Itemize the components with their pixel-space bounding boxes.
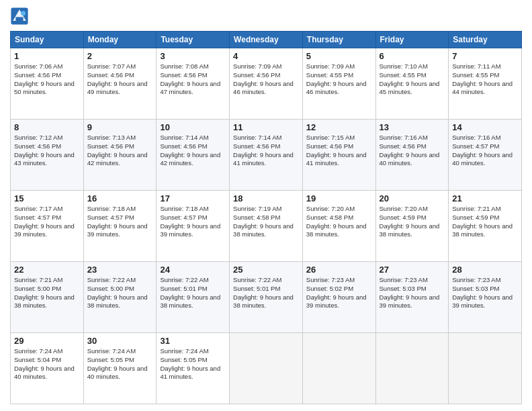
cell-info: Sunrise: 7:08 AM Sunset: 4:56 PM Dayligh… — [160, 62, 226, 97]
day-number: 12 — [306, 122, 372, 132]
day-number: 23 — [87, 265, 153, 275]
cell-info: Sunrise: 7:20 AM Sunset: 4:59 PM Dayligh… — [380, 205, 445, 239]
calendar-cell — [375, 333, 449, 404]
calendar-cell: 26 Sunrise: 7:23 AM Sunset: 5:02 PM Dayl… — [302, 262, 375, 333]
page-container: SundayMondayTuesdayWednesdayThursdayFrid… — [0, 0, 532, 411]
day-number: 13 — [380, 122, 445, 132]
calendar-cell: 10 Sunrise: 7:14 AM Sunset: 4:56 PM Dayl… — [157, 120, 230, 191]
calendar-cell: 9 Sunrise: 7:13 AM Sunset: 4:56 PM Dayli… — [83, 120, 157, 191]
cell-info: Sunrise: 7:06 AM Sunset: 4:56 PM Dayligh… — [14, 62, 80, 97]
calendar-week-row: 1 Sunrise: 7:06 AM Sunset: 4:56 PM Dayli… — [11, 48, 522, 120]
cell-info: Sunrise: 7:23 AM Sunset: 5:02 PM Dayligh… — [306, 276, 372, 310]
calendar-cell — [302, 333, 375, 404]
day-number: 17 — [160, 193, 226, 203]
calendar-cell: 25 Sunrise: 7:22 AM Sunset: 5:01 PM Dayl… — [230, 262, 303, 333]
cell-info: Sunrise: 7:24 AM Sunset: 5:05 PM Dayligh… — [87, 347, 153, 381]
cell-info: Sunrise: 7:11 AM Sunset: 4:55 PM Dayligh… — [452, 62, 518, 97]
calendar-header-row: SundayMondayTuesdayWednesdayThursdayFrid… — [11, 32, 522, 48]
calendar-cell: 17 Sunrise: 7:18 AM Sunset: 4:57 PM Dayl… — [157, 191, 230, 262]
day-number: 1 — [14, 51, 80, 61]
calendar-body: 1 Sunrise: 7:06 AM Sunset: 4:56 PM Dayli… — [11, 48, 522, 404]
day-number: 19 — [306, 193, 372, 203]
calendar-cell: 30 Sunrise: 7:24 AM Sunset: 5:05 PM Dayl… — [83, 333, 157, 404]
day-number: 4 — [233, 51, 299, 61]
calendar-cell: 24 Sunrise: 7:22 AM Sunset: 5:01 PM Dayl… — [157, 262, 230, 333]
calendar-cell: 11 Sunrise: 7:14 AM Sunset: 4:56 PM Dayl… — [230, 120, 303, 191]
calendar-cell: 1 Sunrise: 7:06 AM Sunset: 4:56 PM Dayli… — [11, 48, 84, 120]
calendar-week-row: 8 Sunrise: 7:12 AM Sunset: 4:56 PM Dayli… — [11, 120, 522, 191]
calendar-cell: 21 Sunrise: 7:21 AM Sunset: 4:59 PM Dayl… — [449, 191, 522, 262]
weekday-header-wednesday: Wednesday — [230, 32, 303, 48]
calendar-cell: 13 Sunrise: 7:16 AM Sunset: 4:56 PM Dayl… — [375, 120, 449, 191]
cell-info: Sunrise: 7:22 AM Sunset: 5:00 PM Dayligh… — [87, 276, 153, 310]
day-number: 31 — [160, 336, 226, 346]
calendar-cell: 12 Sunrise: 7:15 AM Sunset: 4:56 PM Dayl… — [302, 120, 375, 191]
day-number: 30 — [87, 336, 153, 346]
calendar-cell: 18 Sunrise: 7:19 AM Sunset: 4:58 PM Dayl… — [230, 191, 303, 262]
cell-info: Sunrise: 7:23 AM Sunset: 5:03 PM Dayligh… — [452, 276, 518, 310]
calendar-cell: 4 Sunrise: 7:09 AM Sunset: 4:56 PM Dayli… — [230, 48, 303, 120]
cell-info: Sunrise: 7:12 AM Sunset: 4:56 PM Dayligh… — [14, 134, 80, 168]
calendar-week-row: 29 Sunrise: 7:24 AM Sunset: 5:04 PM Dayl… — [11, 333, 522, 404]
cell-info: Sunrise: 7:19 AM Sunset: 4:58 PM Dayligh… — [233, 205, 299, 239]
svg-rect-2 — [15, 17, 23, 21]
cell-info: Sunrise: 7:10 AM Sunset: 4:55 PM Dayligh… — [380, 62, 445, 97]
calendar-cell — [230, 333, 303, 404]
cell-info: Sunrise: 7:24 AM Sunset: 5:04 PM Dayligh… — [14, 347, 80, 381]
header — [10, 7, 522, 26]
cell-info: Sunrise: 7:13 AM Sunset: 4:56 PM Dayligh… — [87, 134, 153, 168]
day-number: 11 — [233, 122, 299, 132]
day-number: 27 — [380, 265, 445, 275]
calendar-cell: 2 Sunrise: 7:07 AM Sunset: 4:56 PM Dayli… — [83, 48, 157, 120]
day-number: 21 — [452, 193, 518, 203]
calendar-table: SundayMondayTuesdayWednesdayThursdayFrid… — [10, 31, 522, 404]
cell-info: Sunrise: 7:17 AM Sunset: 4:57 PM Dayligh… — [14, 205, 80, 239]
day-number: 14 — [452, 122, 518, 132]
day-number: 24 — [160, 265, 226, 275]
calendar-cell: 15 Sunrise: 7:17 AM Sunset: 4:57 PM Dayl… — [11, 191, 84, 262]
weekday-header-tuesday: Tuesday — [157, 32, 230, 48]
calendar-cell: 7 Sunrise: 7:11 AM Sunset: 4:55 PM Dayli… — [449, 48, 522, 120]
day-number: 28 — [452, 265, 518, 275]
calendar-cell: 23 Sunrise: 7:22 AM Sunset: 5:00 PM Dayl… — [83, 262, 157, 333]
calendar-cell: 31 Sunrise: 7:24 AM Sunset: 5:05 PM Dayl… — [157, 333, 230, 404]
weekday-header-sunday: Sunday — [11, 32, 84, 48]
calendar-cell: 20 Sunrise: 7:20 AM Sunset: 4:59 PM Dayl… — [375, 191, 449, 262]
logo-icon — [10, 7, 29, 26]
cell-info: Sunrise: 7:18 AM Sunset: 4:57 PM Dayligh… — [87, 205, 153, 239]
day-number: 29 — [14, 336, 80, 346]
cell-info: Sunrise: 7:22 AM Sunset: 5:01 PM Dayligh… — [233, 276, 299, 310]
calendar-cell: 16 Sunrise: 7:18 AM Sunset: 4:57 PM Dayl… — [83, 191, 157, 262]
day-number: 3 — [160, 51, 226, 61]
cell-info: Sunrise: 7:07 AM Sunset: 4:56 PM Dayligh… — [87, 62, 153, 97]
calendar-cell: 27 Sunrise: 7:23 AM Sunset: 5:03 PM Dayl… — [375, 262, 449, 333]
svg-point-3 — [21, 11, 26, 15]
day-number: 8 — [14, 122, 80, 132]
day-number: 25 — [233, 265, 299, 275]
day-number: 7 — [452, 51, 518, 61]
cell-info: Sunrise: 7:14 AM Sunset: 4:56 PM Dayligh… — [160, 134, 226, 168]
day-number: 5 — [306, 51, 372, 61]
day-number: 15 — [14, 193, 80, 203]
weekday-header-saturday: Saturday — [449, 32, 522, 48]
calendar-cell: 19 Sunrise: 7:20 AM Sunset: 4:58 PM Dayl… — [302, 191, 375, 262]
cell-info: Sunrise: 7:09 AM Sunset: 4:55 PM Dayligh… — [306, 62, 372, 97]
cell-info: Sunrise: 7:14 AM Sunset: 4:56 PM Dayligh… — [233, 134, 299, 168]
day-number: 22 — [14, 265, 80, 275]
weekday-header-friday: Friday — [375, 32, 449, 48]
day-number: 16 — [87, 193, 153, 203]
cell-info: Sunrise: 7:21 AM Sunset: 4:59 PM Dayligh… — [452, 205, 518, 239]
calendar-cell: 8 Sunrise: 7:12 AM Sunset: 4:56 PM Dayli… — [11, 120, 84, 191]
calendar-cell: 29 Sunrise: 7:24 AM Sunset: 5:04 PM Dayl… — [11, 333, 84, 404]
calendar-cell: 22 Sunrise: 7:21 AM Sunset: 5:00 PM Dayl… — [11, 262, 84, 333]
cell-info: Sunrise: 7:20 AM Sunset: 4:58 PM Dayligh… — [306, 205, 372, 239]
cell-info: Sunrise: 7:21 AM Sunset: 5:00 PM Dayligh… — [14, 276, 80, 310]
calendar-cell: 28 Sunrise: 7:23 AM Sunset: 5:03 PM Dayl… — [449, 262, 522, 333]
day-number: 2 — [87, 51, 153, 61]
calendar-cell: 3 Sunrise: 7:08 AM Sunset: 4:56 PM Dayli… — [157, 48, 230, 120]
calendar-cell: 6 Sunrise: 7:10 AM Sunset: 4:55 PM Dayli… — [375, 48, 449, 120]
day-number: 26 — [306, 265, 372, 275]
weekday-header-monday: Monday — [83, 32, 157, 48]
cell-info: Sunrise: 7:16 AM Sunset: 4:56 PM Dayligh… — [380, 134, 445, 168]
day-number: 10 — [160, 122, 226, 132]
